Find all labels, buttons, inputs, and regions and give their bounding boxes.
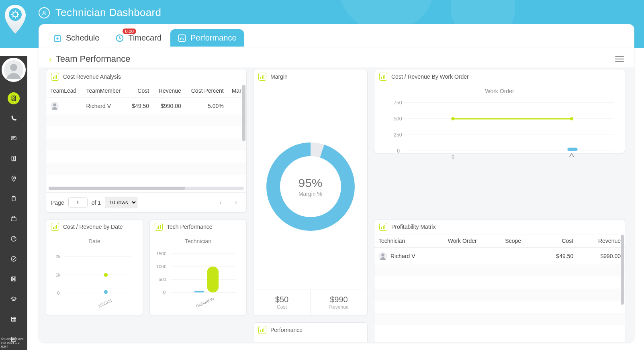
tab-performance[interactable]: Performance — [170, 29, 244, 47]
content-head: ‹ Team Performance — [39, 47, 634, 67]
svg-text:1000: 1000 — [156, 264, 166, 269]
card-margin: Margin 95% Margin % $50Cost $990Revenue — [253, 69, 368, 316]
card-cr-date: Cost / Revenue by Date Date 2k1k0 13/202… — [46, 219, 143, 316]
sidebar-item-gauge[interactable] — [8, 233, 20, 245]
cell-tech: Richard V — [390, 253, 415, 259]
svg-point-37 — [451, 117, 454, 120]
svg-point-38 — [570, 117, 573, 120]
brand-logo — [4, 4, 27, 35]
timecard-badge: 0.00 — [123, 28, 136, 34]
col-teammember[interactable]: TeamMember — [82, 84, 127, 98]
col-cost[interactable]: Cost — [127, 84, 153, 98]
sidebar-item-check[interactable] — [8, 253, 20, 265]
margin-percent: 95% — [298, 176, 322, 190]
card-cost-revenue-analysis: Cost Revenue Analysis TeamLead TeamMembe… — [46, 69, 247, 213]
pager: Page of 1 10 rows ‹ › — [46, 192, 246, 212]
user-circle-icon — [39, 7, 50, 18]
tabs: Schedule 0.00 Timecard Performance — [39, 24, 634, 47]
scrollbar[interactable] — [621, 235, 624, 305]
sidebar-item-location[interactable] — [8, 173, 20, 185]
sidebar-item-clipboard[interactable] — [8, 193, 20, 205]
card-cr-work-order: Cost / Revenue By Work Order Work Order … — [374, 69, 625, 153]
svg-text:Richard W: Richard W — [195, 296, 215, 307]
page-header: Technician Dashboard — [39, 6, 161, 19]
svg-point-6 — [13, 97, 14, 98]
svg-point-4 — [10, 64, 17, 71]
col-technician[interactable]: Technician — [374, 234, 444, 248]
sidebar-item-phone[interactable] — [8, 112, 20, 124]
card-tech-performance: Tech Performance Technician 150010005000… — [149, 219, 247, 316]
card-title: Cost / Revenue By Work Order — [391, 73, 469, 80]
svg-rect-39 — [567, 148, 577, 151]
col-revenue[interactable]: Revenue — [153, 84, 185, 98]
current-user-avatar[interactable] — [0, 56, 27, 83]
col-cost[interactable]: Cost — [538, 234, 577, 248]
svg-text:500: 500 — [394, 116, 402, 122]
svg-text:750: 750 — [394, 100, 402, 106]
card-title: Profitability Matrix — [391, 224, 435, 230]
tab-schedule-label: Schedule — [66, 33, 99, 43]
table-row[interactable]: Richard V $49.50 $990.00 5.00% — [46, 98, 246, 115]
sidebar-item-contact[interactable] — [8, 153, 20, 165]
card-profitability: Profitability Matrix Technician Work Ord… — [374, 219, 625, 342]
work-order-chart: 7505002500 0 — [381, 97, 618, 160]
svg-text:0: 0 — [57, 291, 59, 295]
sidebar-item-education[interactable] — [8, 293, 20, 305]
sidebar-item-toolbox[interactable] — [8, 213, 20, 225]
tab-schedule[interactable]: Schedule — [46, 29, 106, 47]
card-title: Cost / Revenue by Date — [63, 224, 123, 230]
back-button[interactable]: ‹ — [49, 55, 52, 64]
table-row[interactable]: Richard V $49.50 $990.00 — [374, 248, 625, 265]
card-title: Margin — [270, 73, 288, 80]
chart-title: Work Order — [381, 88, 618, 94]
chart-icon — [258, 73, 266, 81]
card-performance: Performance 3Invoices $330Average Invoic… — [253, 322, 368, 342]
sidebar-items — [0, 92, 27, 350]
svg-rect-7 — [11, 136, 16, 140]
cost-revenue-table[interactable]: TeamLead TeamMember Cost Revenue Cost Pe… — [46, 84, 246, 187]
profitability-table[interactable]: Technician Work Order Scope Cost Revenue… — [374, 234, 625, 342]
page-next[interactable]: › — [230, 197, 241, 208]
svg-point-10 — [13, 177, 14, 178]
svg-text:1500: 1500 — [156, 251, 166, 256]
tab-performance-label: Performance — [190, 33, 237, 43]
margin-revenue-label: Revenue — [311, 304, 367, 310]
hamburger-icon[interactable] — [615, 56, 624, 62]
svg-point-9 — [13, 157, 14, 159]
sidebar-item-save[interactable] — [8, 273, 20, 285]
col-revenue[interactable]: Revenue — [577, 234, 625, 248]
svg-rect-16 — [12, 277, 16, 281]
scrollbar[interactable] — [242, 85, 245, 141]
svg-text:1k: 1k — [56, 273, 61, 277]
footer-copyright: © Service Point Pro 2021 – v 0.9.4 — [1, 337, 27, 349]
sidebar-item-technician[interactable] — [8, 92, 20, 104]
cards-grid: Cost Revenue Analysis TeamLead TeamMembe… — [39, 67, 634, 342]
col-teamlead[interactable]: TeamLead — [46, 84, 82, 98]
page-input[interactable] — [68, 197, 88, 208]
section-title: Team Performance — [56, 54, 131, 64]
page-title: Technician Dashboard — [55, 6, 161, 19]
svg-text:2k: 2k — [56, 254, 61, 259]
svg-point-49 — [104, 273, 108, 277]
svg-point-2 — [43, 11, 45, 13]
svg-text:0: 0 — [452, 154, 454, 159]
svg-rect-17 — [12, 317, 16, 322]
chart-icon — [379, 223, 387, 231]
col-workorder[interactable]: Work Order — [444, 234, 501, 248]
svg-point-15 — [11, 256, 16, 261]
cell-cost: $49.50 — [538, 248, 577, 265]
tab-timecard[interactable]: 0.00 Timecard — [108, 29, 169, 47]
rows-select[interactable]: 10 rows — [105, 197, 137, 208]
col-scope[interactable]: Scope — [501, 234, 538, 248]
chart-icon — [51, 73, 59, 81]
col-costpercent[interactable]: Cost Percent — [185, 84, 228, 98]
svg-text:0: 0 — [163, 290, 166, 295]
cell-revenue: $990.00 — [577, 248, 625, 265]
hscrollbar[interactable] — [49, 187, 244, 190]
sidebar-item-grid[interactable] — [8, 313, 20, 325]
page-prev[interactable]: ‹ — [215, 197, 226, 208]
card-title: Performance — [270, 327, 303, 333]
main-panel: Schedule 0.00 Timecard Performance ‹ Tea… — [39, 24, 634, 342]
svg-point-0 — [9, 8, 22, 21]
sidebar-item-message[interactable] — [8, 132, 20, 144]
